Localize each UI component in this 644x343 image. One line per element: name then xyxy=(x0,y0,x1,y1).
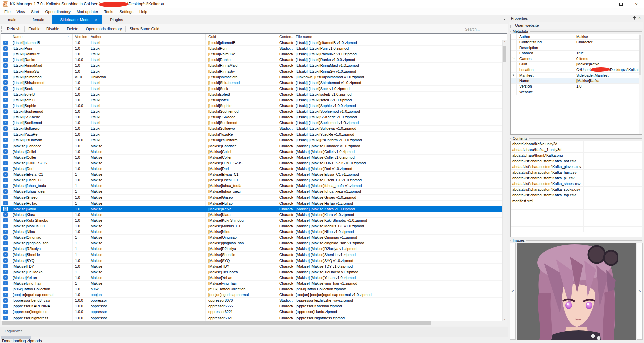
menu-help[interactable]: Help xyxy=(136,8,150,15)
menu-start[interactable]: Start xyxy=(28,8,42,15)
next-image-button[interactable]: > xyxy=(637,243,643,340)
row-checkbox[interactable]: ✓ xyxy=(3,178,8,182)
table-row[interactable]: ✓[Makise]ying_hair1Makise[Makise]ying_ha… xyxy=(1,281,502,286)
content-file-row[interactable]: abdata\chara\Kafka_1.unity3d xyxy=(511,147,642,153)
property-row[interactable]: AuthorMakise xyxy=(511,34,642,40)
row-checkbox[interactable]: ✓ xyxy=(3,155,8,159)
table-row[interactable]: ✓[Makise]Elysia_C11Makise[Makise]Elysia_… xyxy=(1,172,502,177)
table-row[interactable]: ✓[Makise]TieDaoYa1Makise[Makise]TieDaoYa… xyxy=(1,269,502,275)
table-row[interactable]: ✓[Makise]qingniao_san1Makise[Makise]qing… xyxy=(1,240,502,246)
table-row[interactable]: ✓[Makise]Fischl_C11.0Makise[Makise]Fisch… xyxy=(1,177,502,183)
table-row[interactable]: ✓[Makise]HuTao1Makise[Makise]HuTaoCharac… xyxy=(1,201,502,206)
table-row[interactable]: ✓[Ltsuki]pltamodB1.0Ltsuki[Ltsuki]pltamo… xyxy=(1,40,502,46)
content-file-row[interactable]: abdata\list\characustom\Kafka_socks.csv xyxy=(511,187,642,192)
header-file-name[interactable]: File name xyxy=(293,34,502,40)
table-row[interactable]: ✓[Ltsuki]Sulluewp1.0Ltsuki[Ltsuki]Sullue… xyxy=(1,126,502,131)
table-row[interactable]: ✓[Makise]Dori1.0Makise[Makise]DoriCharac… xyxy=(1,166,502,172)
close-button[interactable]: × xyxy=(629,0,644,8)
row-checkbox[interactable]: ✓ xyxy=(3,252,8,257)
property-row[interactable]: Guid[Makise]Kafka xyxy=(511,62,642,67)
table-row[interactable]: ✓[Ltsuki]Sophie1.0.0Ltsuki[Ltsuki]Sophie… xyxy=(1,103,502,109)
previous-image-button[interactable]: < xyxy=(510,243,516,340)
search-input[interactable] xyxy=(465,27,503,31)
table-row[interactable]: ✓[Makise]R2luxiya1Makise[Makise]R2luxiya… xyxy=(1,246,502,252)
row-checkbox[interactable]: ✓ xyxy=(3,80,8,85)
header-guid[interactable]: Guid xyxy=(206,34,277,40)
horizontal-scrollbar-thumb[interactable] xyxy=(2,321,431,325)
row-checkbox[interactable]: ✓ xyxy=(3,270,8,274)
row-checkbox[interactable]: ✓ xyxy=(3,58,8,62)
horizontal-scrollbar[interactable] xyxy=(1,321,502,326)
refresh-button[interactable]: Refresh xyxy=(4,25,24,33)
table-row[interactable]: ✓[Ltsuki]Sock1.0Ltsuki[Ltsuki]SockCharac… xyxy=(1,86,502,92)
row-checkbox[interactable]: ✓ xyxy=(3,69,8,73)
table-row[interactable]: ✓[Ltsuki]sofeiC1.0Ltsuki[Ltsuki]sofeiCCh… xyxy=(1,97,502,103)
table-row[interactable]: ✓[Makise]Mobius_C11.0Makise[Makise]Mobiu… xyxy=(1,223,502,229)
table-row[interactable]: ✓[Makise]TDY1.0Makise[Makise]TDYCharacte… xyxy=(1,264,502,269)
row-checkbox[interactable]: ✓ xyxy=(3,161,8,165)
row-checkbox[interactable]: ✓ xyxy=(3,275,8,280)
row-checkbox[interactable]: ✓ xyxy=(3,224,8,228)
row-checkbox[interactable]: ✓ xyxy=(3,167,8,171)
open-mods-directory-button[interactable]: Open mods directory xyxy=(83,25,125,33)
table-row[interactable]: ✓[Makise]Nilou1.0Makise[Makise]NilouChar… xyxy=(1,229,502,235)
table-row[interactable]: ✓[Makise]fuhua_toufa1Makise[Makise]fuhua… xyxy=(1,183,502,189)
row-checkbox[interactable]: ✓ xyxy=(3,207,8,211)
table-row[interactable]: ✓[Ltsuki]sofeiB1.0Ltsuki[Ltsuki]sofeiBCh… xyxy=(1,92,502,97)
row-checkbox[interactable]: ✓ xyxy=(3,63,8,68)
metadata-scrollbar[interactable] xyxy=(639,34,642,134)
table-row[interactable]: ✓[Makise]YeLan1.0Makise[Makise]YeLanChar… xyxy=(1,275,502,281)
content-file-row[interactable]: abdata\list\characustom\Kafka_hair.csv xyxy=(511,170,642,175)
content-file-row[interactable]: abdata\list\characustom\Kafka_bot.csv xyxy=(511,158,642,164)
menu-open-directory[interactable]: Open directory xyxy=(42,8,74,15)
row-checkbox[interactable]: ✓ xyxy=(3,189,8,194)
content-file-row[interactable]: abdata\list\characustom\Kafka_p1.csv xyxy=(511,175,642,181)
table-row[interactable]: ✓[oppressor]nightdress1.0.0oppressoroppr… xyxy=(1,315,502,321)
row-checkbox[interactable]: ✓ xyxy=(3,195,8,199)
tab-female[interactable]: female xyxy=(25,15,52,24)
table-row[interactable]: ✓[Makise]Qingniao1Makise[Makise]Qingniao… xyxy=(1,235,502,240)
table-row[interactable]: ✓[n96k]Tattoo Collection1.0n96k[n96k].Ta… xyxy=(1,286,502,292)
property-row[interactable]: ContentsKindCharacter xyxy=(511,40,642,45)
maximize-button[interactable] xyxy=(613,0,629,8)
row-checkbox[interactable]: ✓ xyxy=(3,235,8,240)
row-checkbox[interactable]: ✓ xyxy=(3,92,8,96)
pin-icon[interactable] xyxy=(632,16,637,21)
row-checkbox[interactable]: ✓ xyxy=(3,41,8,45)
row-checkbox[interactable]: ✓ xyxy=(3,132,8,136)
menu-mod-updater[interactable]: Mod updater xyxy=(74,8,101,15)
property-row[interactable]: >Games0 items xyxy=(511,56,642,62)
scroll-down-icon[interactable]: ▼ xyxy=(503,318,507,320)
table-row[interactable]: ✓[oppressor]beng3_yayi1.0.0oppressoroppr… xyxy=(1,298,502,303)
row-checkbox[interactable]: ✓ xyxy=(3,287,8,291)
row-checkbox[interactable]: ✓ xyxy=(3,258,8,263)
property-row[interactable]: Name[Makise]Kafka xyxy=(511,78,642,84)
menu-tools[interactable]: Tools xyxy=(101,8,117,15)
minimize-button[interactable] xyxy=(598,0,613,8)
content-file-row[interactable]: abdata\list\characustom\Kafka_gloves.csv xyxy=(511,164,642,170)
tab-close-icon[interactable]: × xyxy=(94,18,98,22)
table-row[interactable]: ✓[Ltsuki]RaimuRe1.0Ltsuki[Ltsuki]RaimuRe… xyxy=(1,51,502,57)
row-checkbox[interactable]: ✓ xyxy=(3,126,8,131)
row-checkbox[interactable]: ✓ xyxy=(3,52,8,56)
table-row[interactable]: ✓[Ltsuki]Ranko1.0.0Ltsuki[Ltsuki]RankoCh… xyxy=(1,57,502,63)
enable-button[interactable]: Enable xyxy=(25,25,43,33)
vertical-scrollbar[interactable]: ▲ ▼ xyxy=(502,40,507,321)
table-row[interactable]: ✓[oppressor]longdress1.0.0oppressoroppre… xyxy=(1,309,502,315)
expander-icon[interactable]: > xyxy=(511,56,517,61)
property-row[interactable]: >ManifestSideloader.Manifest xyxy=(511,73,642,78)
table-row[interactable]: ✓[Makise]Kafka1.0Makise[Makise]KafkaChar… xyxy=(1,206,502,212)
property-row[interactable]: Description xyxy=(511,45,642,51)
table-row[interactable]: ✓[Ltsuki]Puni1.0Ltsuki[Ltsuki]PuniStudio… xyxy=(1,46,502,51)
content-file-row[interactable]: abdata\list\characustom\Kafka_shoes.csv xyxy=(511,181,642,187)
table-row[interactable]: ✓[Ltsuki]RinnaSw1.0Ltsuki[Ltsuki]RinnaSw… xyxy=(1,68,502,74)
row-checkbox[interactable]: ✓ xyxy=(3,115,8,119)
row-checkbox[interactable]: ✓ xyxy=(3,144,8,148)
expander-icon[interactable]: > xyxy=(511,73,517,78)
disable-button[interactable]: Disable xyxy=(43,25,62,33)
scroll-up-icon[interactable]: ▲ xyxy=(503,40,507,43)
table-row[interactable]: ✓[Ltsuki]Suellemod1.0Ltsuki[Ltsuki]Suell… xyxy=(1,120,502,126)
content-file-row[interactable]: abdata\list\characustom\Kafka_top.csv xyxy=(511,192,642,198)
table-row[interactable]: ✓[Ltsuki]Shirabemod1.0Ltsuki[Ltsuki]Shir… xyxy=(1,80,502,86)
show-same-guid-button[interactable]: Show Same Guid xyxy=(126,25,163,33)
